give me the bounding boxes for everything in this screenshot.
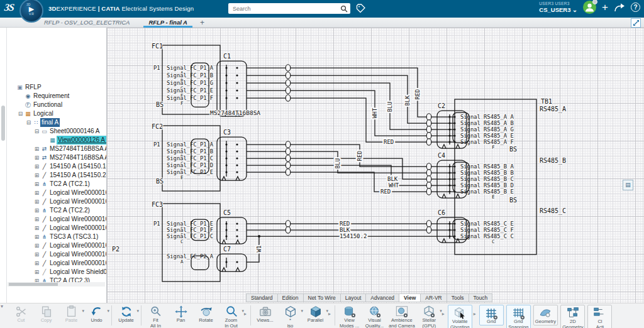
schematic-canvas[interactable]: TB1RS485_ARS485_BRS485_CSignal RS485_A A… <box>107 28 644 303</box>
tree-item[interactable]: ⊞⇄MS27484T16B8SA A (MS27484T <box>8 145 106 153</box>
copy-button[interactable]: Copy <box>34 305 58 324</box>
tree-item[interactable]: ⊞╱Logical Wire Shield00000261 A (S <box>8 268 106 276</box>
tree-toggle-icon[interactable]: ⊞ <box>33 189 40 197</box>
tree-item[interactable]: ⊞⇄MS27484T16B8SA A (C2) <box>8 153 106 162</box>
tree-toggle-icon[interactable]: ⊞ <box>33 153 40 162</box>
tree-item[interactable]: ⊞╱Logical Wire00000165 A (TC2.2-3 <box>8 215 106 224</box>
views-button[interactable]: Views... <box>253 305 277 324</box>
grid-button[interactable]: Grid <box>479 305 504 325</box>
tree-toggle-icon[interactable]: ⊞ <box>33 259 40 268</box>
view-modes-button[interactable]: ViewModes ... <box>337 305 362 328</box>
canvas-mini-widget-icon[interactable]: ▤ <box>623 180 633 190</box>
tree-item[interactable]: ⊞╱154150 A (154150.1-30-BLU) <box>8 162 106 171</box>
block-fc3[interactable]: FC3P1Signal_FC_P1_EESignal_FC_P1_FFSigna… <box>152 201 220 282</box>
tree-item[interactable]: ⊞╱Logical Wire00000164 A (TC2.1-3 <box>8 197 106 206</box>
workbench-tab-standard[interactable]: Standard <box>246 293 278 302</box>
tree-item[interactable]: ⊞╱Logical Wire00000163 A (TC2.1-3 <box>8 189 106 197</box>
tree-toggle-icon[interactable]: ⊞ <box>33 241 40 250</box>
iso-button[interactable]: ▾*iso <box>278 305 303 328</box>
new-tab-button[interactable]: + <box>200 18 204 27</box>
tree-item[interactable]: ⊞⋔TSC3 A (TSC3.1) <box>8 232 106 241</box>
tree-item[interactable]: ⊞╱154150 A (154150.2-30-BLU) <box>8 171 106 180</box>
tree-toggle-icon[interactable]: ⊟ <box>33 127 40 136</box>
dropdown-caret-icon[interactable]: ▾ <box>107 309 109 314</box>
block-fc2[interactable]: FC2P1BSSignal_FC_P1_AASignal_FC_P1_BBSig… <box>152 123 220 191</box>
tree-item[interactable]: ⊞╱Logical Wire00000167 A (TSC3.1- <box>8 241 106 250</box>
visual-quality-button[interactable]: VisualQuality... <box>362 305 387 328</box>
tree-item[interactable]: ◉Requirement <box>8 92 106 101</box>
doc-tab-final-a[interactable]: RFLP - final A <box>143 18 192 28</box>
search-box[interactable] <box>228 3 350 14</box>
toolbar-flyout-chevron-icon[interactable]: ▸ <box>442 311 447 317</box>
tree-toggle-icon[interactable]: ⊞ <box>33 215 40 224</box>
volatile-ghosting-button[interactable]: VolatileGhosting <box>448 305 472 328</box>
tree-item[interactable]: ⊞╱Logical Wire00000169 A (TSC3.1- <box>8 259 106 268</box>
block-fc1[interactable]: FC1P1BSSignal_FC_P1_AASignal_FC_P1_BBSig… <box>152 43 220 114</box>
tree-toggle-icon[interactable]: ⊞ <box>33 224 40 232</box>
wire[interactable] <box>247 172 455 192</box>
zoom-in-out-button[interactable]: ▾ZoomIn Out <box>219 305 243 328</box>
tree-toggle-icon[interactable]: ⊞ <box>33 232 40 241</box>
help-icon[interactable]: ? <box>631 3 640 12</box>
share-icon[interactable] <box>614 3 625 13</box>
wire[interactable] <box>247 90 455 136</box>
search-input[interactable] <box>233 6 340 12</box>
workbench-tab-tools[interactable]: Tools <box>447 293 469 302</box>
workbench-tab-advanced[interactable]: Advanced <box>366 293 399 302</box>
tree-item[interactable]: ⊞╱Logical Wire00000166 A (TC2.2-3 <box>8 224 106 232</box>
wire[interactable] <box>247 83 455 129</box>
dropdown-caret-icon[interactable]: ▾ <box>136 309 139 314</box>
toolbar-flyout-chevron-icon[interactable]: ▸ <box>328 311 333 317</box>
workbench-tab-view[interactable]: View <box>399 293 421 302</box>
tree-horizontal-scrollbar[interactable] <box>8 282 105 287</box>
undo-button[interactable]: ▾Undo <box>84 305 109 324</box>
user-name-block[interactable]: USER3 USER3 CS_USER3 ⌄ <box>539 2 577 13</box>
tree-toggle-icon[interactable]: ⊞ <box>33 162 40 171</box>
schematic-svg[interactable]: TB1RS485_ARS485_BRS485_CSignal RS485_A A… <box>107 28 638 303</box>
geometry-button[interactable]: Geometry <box>533 305 558 325</box>
toolbar-flyout-chevron-icon[interactable]: ▸ <box>244 311 248 317</box>
fit-all-in-button[interactable]: FitAll In <box>143 305 168 328</box>
tree-item[interactable]: ⒻFunctional <box>8 101 106 109</box>
tree-item[interactable]: ▦View00000126 A (View00000 <box>8 136 106 145</box>
user-menu[interactable]: CS_USER3 ⌄ <box>539 7 577 13</box>
wire[interactable] <box>247 151 455 173</box>
workbench-tab-edition[interactable]: Edition <box>278 293 304 302</box>
dropdown-caret-icon[interactable]: ▾ <box>242 309 244 314</box>
pan-button[interactable]: Pan <box>169 305 193 324</box>
tree-toggle-icon[interactable]: ⊟ <box>17 109 24 118</box>
dropdown-caret-icon[interactable]: ▾ <box>440 309 442 314</box>
2d-geometry-button[interactable]: 2DGeometry <box>560 305 585 328</box>
update-button[interactable]: ▾Update <box>114 305 138 324</box>
fullscreen-toggle-icon[interactable] <box>631 18 641 28</box>
tag-icon[interactable] <box>355 3 366 14</box>
parallel-button[interactable]: ▾Parallel <box>303 305 328 324</box>
tree-toggle-icon[interactable]: ⊟ <box>25 118 32 127</box>
workbench-tab-net-to-wire[interactable]: Net To Wire <box>304 293 341 302</box>
avatar[interactable] <box>583 1 596 14</box>
tree-toggle-icon[interactable]: ⊞ <box>33 250 40 259</box>
wire[interactable] <box>247 165 455 185</box>
dropdown-caret-icon[interactable]: ▾ <box>326 309 328 314</box>
tree-item[interactable]: ⊞⋔TC2 A (TC2.2) <box>8 206 106 215</box>
cl-acti-button[interactable]: ClActi <box>587 305 612 328</box>
collapse-action-bar-icon[interactable]: ▾ <box>1 303 3 309</box>
tree-toggle-icon[interactable]: ⊞ <box>33 197 40 206</box>
search-icon[interactable] <box>340 5 348 13</box>
workbench-tab-ar-vr[interactable]: AR-VR <box>421 293 447 302</box>
toolbar-flyout-chevron-icon[interactable]: ▸ <box>474 311 478 317</box>
tree-toggle-icon[interactable]: ⊞ <box>33 180 40 189</box>
tree-item[interactable]: ⊞⋔TC2 A (TC2.1) <box>8 180 106 189</box>
tree-item[interactable]: ⊟▭Sheet00000146 A <box>8 127 106 136</box>
tb1-block[interactable]: TB1RS485_ARS485_BRS485_CSignal RS485_A A… <box>455 98 566 254</box>
add-content-button[interactable]: + <box>602 2 608 13</box>
grid-snapping-button[interactable]: GridSnapping <box>506 305 531 328</box>
paste-button[interactable]: ▾Paste <box>59 305 84 324</box>
tree-toggle-icon[interactable]: ⊞ <box>33 171 40 180</box>
tree-item[interactable]: ⊟∷final A <box>8 118 106 127</box>
tree-toggle-icon[interactable]: ⊞ <box>33 206 40 215</box>
rotate-button[interactable]: Rotate <box>194 305 218 324</box>
wire[interactable] <box>247 158 455 179</box>
tree-item[interactable]: ⊟▦Logical <box>8 109 106 118</box>
tree-item[interactable]: ⊞╱Logical Wire00000168 A (TSC3.1- <box>8 250 106 259</box>
